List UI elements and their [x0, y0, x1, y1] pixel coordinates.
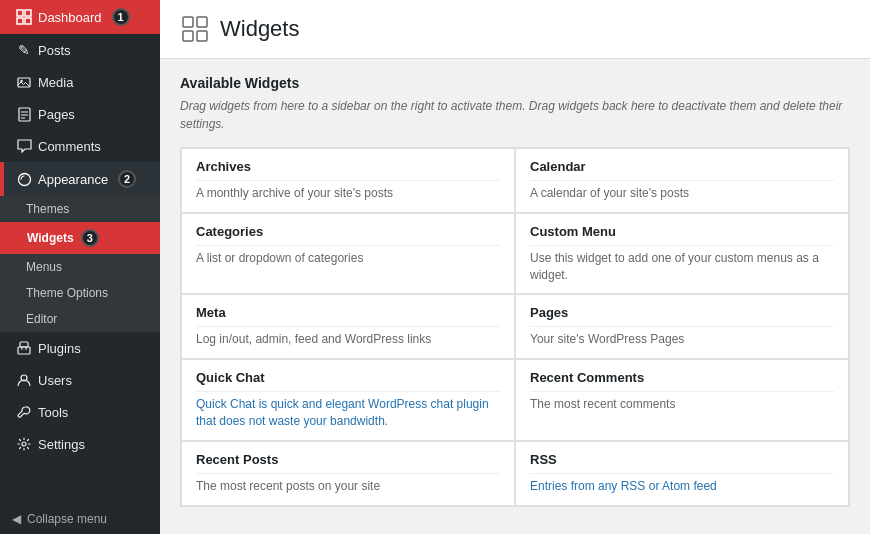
pages-label: Pages — [38, 107, 75, 122]
widget-categories-name: Categories — [196, 224, 500, 246]
svg-point-10 — [18, 173, 30, 185]
widget-quick-chat[interactable]: Quick Chat Quick Chat is quick and elega… — [181, 359, 515, 441]
tools-icon — [16, 404, 32, 420]
sidebar-item-comments[interactable]: Comments — [0, 130, 160, 162]
widget-calendar[interactable]: Calendar A calendar of your site's posts — [515, 148, 849, 213]
page-title: Widgets — [220, 16, 299, 42]
dashboard-label: Dashboard — [38, 10, 102, 25]
appearance-section: Appearance 2 Themes Widgets 3 Menus Them… — [0, 162, 160, 332]
widget-pages-desc: Your site's WordPress Pages — [530, 331, 834, 348]
svg-rect-0 — [17, 10, 23, 16]
svg-rect-18 — [197, 17, 207, 27]
settings-icon — [16, 436, 32, 452]
sidebar-item-posts[interactable]: ✎ Posts — [0, 34, 160, 66]
widget-calendar-desc: A calendar of your site's posts — [530, 185, 834, 202]
sidebar-item-tools[interactable]: Tools — [0, 396, 160, 428]
widget-recent-comments-name: Recent Comments — [530, 370, 834, 392]
widget-rss-desc: Entries from any RSS or Atom feed — [530, 478, 834, 495]
collapse-icon: ◀ — [12, 512, 21, 526]
sidebar: Dashboard 1 ✎ Posts Media Pages Comments — [0, 0, 160, 534]
widget-custom-menu-name: Custom Menu — [530, 224, 834, 246]
sidebar-item-dashboard[interactable]: Dashboard 1 — [0, 0, 160, 34]
pages-icon — [16, 106, 32, 122]
svg-rect-12 — [18, 347, 30, 354]
dashboard-badge: 1 — [112, 8, 130, 26]
appearance-icon — [16, 171, 32, 187]
sidebar-item-themes[interactable]: Themes — [0, 196, 160, 222]
settings-label: Settings — [38, 437, 85, 452]
plugins-icon — [16, 340, 32, 356]
svg-rect-17 — [183, 17, 193, 27]
sidebar-item-settings[interactable]: Settings — [0, 428, 160, 460]
svg-rect-20 — [197, 31, 207, 41]
svg-rect-1 — [25, 10, 31, 16]
sidebar-item-widgets[interactable]: Widgets 3 — [0, 222, 160, 254]
section-description: Drag widgets from here to a sidebar on t… — [180, 97, 850, 133]
widget-recent-posts[interactable]: Recent Posts The most recent posts on yo… — [181, 441, 515, 506]
svg-rect-3 — [25, 18, 31, 24]
widget-recent-posts-desc: The most recent posts on your site — [196, 478, 500, 495]
users-icon — [16, 372, 32, 388]
widget-categories-desc: A list or dropdown of categories — [196, 250, 500, 267]
users-label: Users — [38, 373, 72, 388]
collapse-label: Collapse menu — [27, 512, 107, 526]
widget-meta[interactable]: Meta Log in/out, admin, feed and WordPre… — [181, 294, 515, 359]
widget-recent-comments-desc: The most recent comments — [530, 396, 834, 413]
svg-point-16 — [22, 442, 26, 446]
svg-rect-19 — [183, 31, 193, 41]
sidebar-item-users[interactable]: Users — [0, 364, 160, 396]
svg-rect-2 — [17, 18, 23, 24]
widget-custom-menu-desc: Use this widget to add one of your custo… — [530, 250, 834, 284]
main-content: Widgets Available Widgets Drag widgets f… — [160, 0, 870, 534]
widgets-content: Available Widgets Drag widgets from here… — [160, 59, 870, 523]
widgets-badge: 3 — [81, 229, 99, 247]
comments-icon — [16, 138, 32, 154]
widget-meta-desc: Log in/out, admin, feed and WordPress li… — [196, 331, 500, 348]
sidebar-item-plugins[interactable]: Plugins — [0, 332, 160, 364]
comments-label: Comments — [38, 139, 101, 154]
widget-archives[interactable]: Archives A monthly archive of your site'… — [181, 148, 515, 213]
sidebar-item-pages[interactable]: Pages — [0, 98, 160, 130]
widget-rss-name: RSS — [530, 452, 834, 474]
widget-rss[interactable]: RSS Entries from any RSS or Atom feed — [515, 441, 849, 506]
page-header: Widgets — [160, 0, 870, 59]
sidebar-item-editor[interactable]: Editor — [0, 306, 160, 332]
widget-custom-menu[interactable]: Custom Menu Use this widget to add one o… — [515, 213, 849, 295]
dashboard-icon — [16, 9, 32, 25]
appearance-label: Appearance — [38, 172, 108, 187]
widget-recent-posts-name: Recent Posts — [196, 452, 500, 474]
sidebar-item-appearance[interactable]: Appearance 2 — [0, 162, 160, 196]
widget-recent-comments[interactable]: Recent Comments The most recent comments — [515, 359, 849, 441]
sidebar-item-media[interactable]: Media — [0, 66, 160, 98]
widget-quick-chat-name: Quick Chat — [196, 370, 500, 392]
posts-label: Posts — [38, 43, 71, 58]
appearance-badge: 2 — [118, 170, 136, 188]
widget-pages-name: Pages — [530, 305, 834, 327]
svg-rect-11 — [20, 342, 28, 347]
plugins-label: Plugins — [38, 341, 81, 356]
widgets-page-icon — [180, 14, 210, 44]
available-widgets-title: Available Widgets — [180, 75, 850, 91]
widget-archives-desc: A monthly archive of your site's posts — [196, 185, 500, 202]
collapse-menu-button[interactable]: ◀ Collapse menu — [0, 504, 160, 534]
sidebar-item-menus[interactable]: Menus — [0, 254, 160, 280]
widget-pages[interactable]: Pages Your site's WordPress Pages — [515, 294, 849, 359]
posts-icon: ✎ — [16, 42, 32, 58]
widget-meta-name: Meta — [196, 305, 500, 327]
widget-calendar-name: Calendar — [530, 159, 834, 181]
widget-quick-chat-desc: Quick Chat is quick and elegant WordPres… — [196, 396, 500, 430]
widget-categories[interactable]: Categories A list or dropdown of categor… — [181, 213, 515, 295]
widgets-grid: Archives A monthly archive of your site'… — [180, 147, 850, 507]
appearance-submenu: Themes Widgets 3 Menus Theme Options Edi… — [0, 196, 160, 332]
sidebar-item-theme-options[interactable]: Theme Options — [0, 280, 160, 306]
media-icon — [16, 74, 32, 90]
widget-archives-name: Archives — [196, 159, 500, 181]
tools-label: Tools — [38, 405, 68, 420]
media-label: Media — [38, 75, 73, 90]
